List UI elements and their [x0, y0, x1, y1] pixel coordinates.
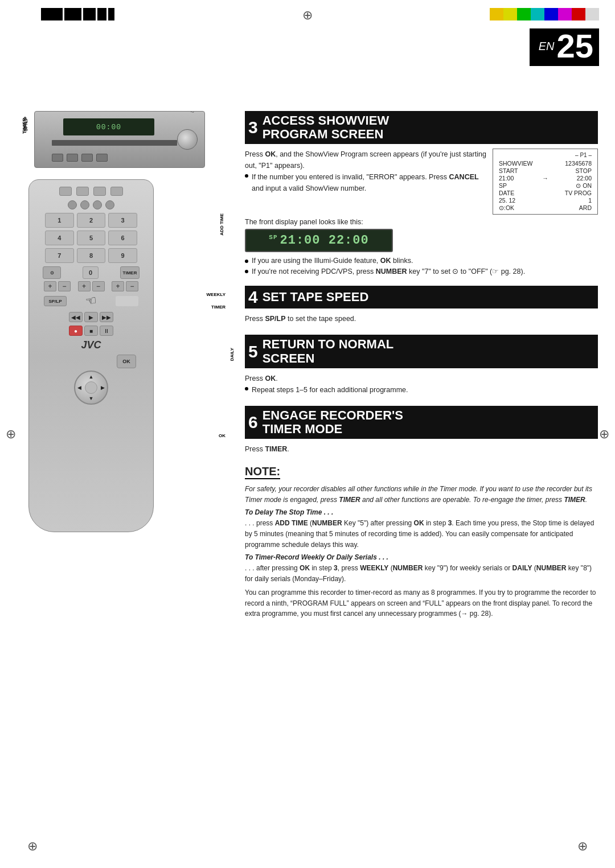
sv-date-label: DATE	[499, 190, 514, 196]
nav-down: ▼	[89, 396, 94, 401]
section-3-main: Press OK, and the ShowView Program scree…	[245, 149, 598, 215]
remote-sm-btn-4[interactable]	[105, 200, 114, 209]
plus-minus-row: + − + − + −	[44, 281, 138, 291]
remote-sm-btn-2[interactable]	[80, 200, 89, 209]
btn-minus-left[interactable]: −	[58, 281, 71, 291]
right-column: 3 ACCESS SHOWVIEWPROGRAM SCREEN Press OK…	[245, 111, 598, 619]
splp-btn[interactable]: SP/LP	[44, 296, 67, 306]
sv-sp-value: ⊙ ON	[576, 182, 592, 189]
nav-wheel[interactable]: ▲ ▼ ◀ ▶	[74, 371, 108, 405]
btn-minus-right[interactable]: −	[126, 281, 138, 291]
note-para4: You can programme this recorder to timer…	[245, 587, 598, 619]
registration-area: ⊕ EN 25	[0, 0, 615, 31]
remote-small-btn-row	[39, 200, 143, 209]
key-5[interactable]: 5	[77, 231, 106, 245]
ok-label: OK	[219, 433, 226, 438]
ok-bold-4: OK	[300, 564, 310, 572]
s3-ok-bold: OK	[265, 150, 276, 158]
key-3[interactable]: 3	[108, 213, 137, 228]
ffwd-btn[interactable]: ▶▶	[100, 312, 113, 322]
swatch-cyan	[531, 8, 544, 20]
btn-plus-left[interactable]: +	[44, 281, 56, 291]
section-4-content: Press SP/LP to set the tape speed.	[245, 313, 598, 324]
section-3-header: 3 ACCESS SHOWVIEWPROGRAM SCREEN	[245, 111, 598, 144]
vcr-btn-4[interactable]	[96, 154, 108, 162]
s5-bullet1: Repeat steps 1–5 for each additional pro…	[245, 384, 598, 396]
swatch-red	[572, 8, 585, 20]
en-label: EN	[539, 40, 555, 53]
section-5-content: Press OK. Repeat steps 1–5 for each addi…	[245, 373, 598, 396]
rewind-btn[interactable]: ◀◀	[69, 312, 83, 322]
swatch-yellow	[490, 8, 503, 20]
main-layout: SP/LP TIMER 00:00	[0, 111, 615, 619]
remote-top-btn-3[interactable]	[93, 187, 106, 196]
sv-p1-label: – P1 –	[499, 152, 592, 158]
section-5-header: 5 RETURN TO NORMALSCREEN	[245, 335, 598, 368]
crosshair-bl-icon: ⊕	[27, 839, 38, 853]
key-8[interactable]: 8	[77, 248, 106, 263]
note-para3: . . . after pressing OK in step 3, press…	[245, 563, 598, 584]
reg-mark-3	[83, 8, 96, 20]
remote-sm-btn-3[interactable]	[93, 200, 102, 209]
note-title: NOTE:	[245, 465, 280, 479]
section-3-number: 3	[248, 119, 258, 136]
sv-row-ok: ⊙:OK ARD	[499, 204, 592, 211]
btn-plus-right[interactable]: +	[112, 281, 124, 291]
swatch-blue	[544, 8, 558, 20]
btn-plus-center[interactable]: +	[78, 281, 91, 291]
section-3-content: Press OK, and the ShowView Program scree…	[245, 149, 598, 275]
note-subhead2: To Timer-Record Weekly Or Daily Serials …	[245, 553, 598, 561]
pdc-btn[interactable]: ⊙	[43, 266, 61, 279]
sv-ok-label: ⊙:OK	[499, 204, 514, 211]
vcr-btn-2[interactable]	[67, 154, 78, 162]
swatch-gray	[585, 8, 599, 20]
btn-minus-center[interactable]: −	[92, 281, 105, 291]
timer-btn[interactable]: TIMER	[120, 266, 140, 279]
sv-ard-val: ARD	[579, 204, 592, 211]
section-4-block: 4 SET TAPE SPEED Press SP/LP to set the …	[245, 286, 598, 324]
sv-stop-label: STOP	[576, 167, 592, 174]
sv-row-times: 21:00 → 22:00	[499, 175, 592, 182]
key-7[interactable]: 7	[45, 248, 74, 263]
remote-sm-btn-1[interactable]	[68, 200, 77, 209]
splp-spacer	[116, 296, 138, 306]
reg-mark-2	[64, 8, 81, 20]
s3-bullet2: If you are using the Illumi-Guide featur…	[245, 257, 598, 265]
section-5-block: 5 RETURN TO NORMALSCREEN Press OK. Repea…	[245, 335, 598, 395]
record-btn[interactable]: ●	[69, 326, 83, 336]
play-btn[interactable]: ▶	[84, 312, 98, 322]
remote-top-btn-1[interactable]	[59, 187, 72, 196]
remote-top-btn-2[interactable]	[76, 187, 89, 196]
sv-row-date: DATE TV PROG	[499, 190, 592, 196]
key-2[interactable]: 2	[77, 213, 106, 228]
add-time-label: ADD TIME	[219, 213, 224, 236]
note-section: NOTE: For safety, your recorder disables…	[245, 465, 598, 619]
bullet-dot-2	[245, 260, 248, 263]
timer-label-vcr: TIMER	[22, 118, 27, 134]
ok-bold-2: OK	[380, 257, 391, 265]
vcr-btn-3[interactable]	[81, 154, 93, 162]
s3-cancel-bold: CANCEL	[449, 173, 479, 181]
key-9[interactable]: 9	[108, 248, 137, 263]
ok-btn[interactable]: OK	[117, 355, 136, 368]
vcr-btn-1[interactable]	[52, 154, 63, 162]
weekly-label: WEEKLY	[207, 292, 226, 297]
vcr-knob[interactable]	[177, 129, 198, 150]
nav-center[interactable]	[85, 381, 97, 394]
pause-btn[interactable]: ⏸	[100, 326, 113, 336]
crosshair-br-icon: ⊕	[577, 839, 588, 853]
remote-top-btn-4[interactable]	[110, 187, 123, 196]
stop-btn[interactable]: ■	[84, 326, 98, 336]
add-time-bold: ADD TIME	[275, 519, 308, 527]
key-6[interactable]: 6	[108, 231, 137, 245]
key-0[interactable]: 0	[83, 266, 99, 279]
sv-row-showview: SHOWVIEW 12345678	[499, 160, 592, 167]
key-4[interactable]: 4	[45, 231, 74, 245]
transport-controls: ◀◀ ▶ ▶▶	[39, 312, 143, 322]
vcr-display: 00:00	[63, 118, 154, 135]
section-3-block: 3 ACCESS SHOWVIEWPROGRAM SCREEN Press OK…	[245, 111, 598, 275]
crosshair-top: ⊕	[302, 8, 313, 23]
swatch-green	[517, 8, 531, 20]
section-3-title: ACCESS SHOWVIEWPROGRAM SCREEN	[263, 114, 389, 141]
key-1[interactable]: 1	[45, 213, 74, 228]
